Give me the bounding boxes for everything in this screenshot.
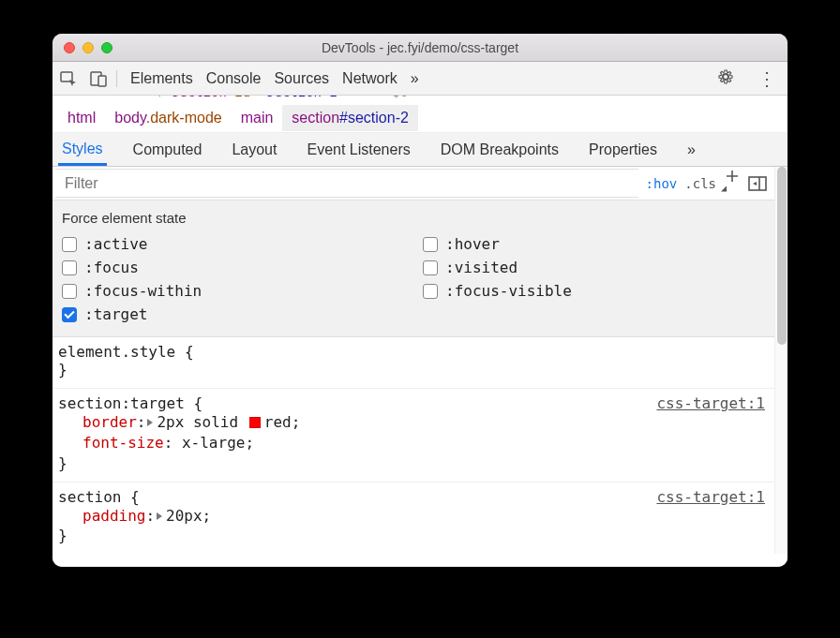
cls-toggle[interactable]: .cls — [684, 176, 716, 191]
styles-filter-row: :hov .cls ◢ — [52, 167, 774, 200]
stab-layout[interactable]: Layout — [228, 136, 280, 164]
force-focus-visible[interactable]: :focus-visible — [423, 282, 765, 300]
tabs-overflow[interactable]: » — [411, 70, 419, 87]
color-swatch-icon[interactable] — [249, 417, 261, 428]
scrollbar-thumb[interactable] — [777, 167, 787, 345]
toggle-pane-icon[interactable] — [748, 176, 767, 191]
force-target[interactable]: :target — [62, 305, 404, 323]
breadcrumb: html body.dark-mode main section#section… — [52, 103, 788, 133]
stab-properties[interactable]: Properties — [585, 136, 661, 164]
declaration-font-size[interactable]: font-size: x-large; — [58, 433, 765, 453]
titlebar: DevTools - jec.fyi/demo/css-target — [52, 34, 788, 62]
rule-selector[interactable]: element.style — [58, 343, 175, 361]
tab-network[interactable]: Network — [342, 70, 398, 87]
svg-rect-2 — [98, 76, 106, 86]
tab-sources[interactable]: Sources — [274, 70, 329, 87]
styles-tabbar: Styles Computed Layout Event Listeners D… — [52, 133, 788, 167]
hov-toggle[interactable]: :hov — [646, 176, 678, 191]
devtools-window: DevTools - jec.fyi/demo/css-target Eleme… — [52, 34, 788, 567]
kebab-icon[interactable]: ⋮ — [754, 67, 780, 90]
svg-rect-0 — [61, 72, 72, 82]
rule-selector[interactable]: section — [58, 488, 121, 506]
declaration-padding[interactable]: padding:20px; — [58, 506, 765, 527]
rule-source-link[interactable]: css-target:1 — [656, 394, 765, 412]
force-focus[interactable]: :focus — [62, 259, 404, 276]
window-title: DevTools - jec.fyi/demo/css-target — [52, 40, 788, 55]
stab-dom-breakpoints[interactable]: DOM Breakpoints — [437, 136, 562, 164]
crumb-body[interactable]: body.dark-mode — [105, 105, 231, 131]
crumb-section[interactable]: section#section-2 — [282, 105, 418, 131]
force-visited[interactable]: :visited — [423, 259, 765, 276]
new-style-rule-icon[interactable]: ◢ — [724, 168, 741, 200]
scrollbar[interactable] — [774, 167, 788, 554]
stab-computed[interactable]: Computed — [129, 136, 206, 164]
tab-elements[interactable]: Elements — [130, 70, 193, 87]
rule-source-link[interactable]: css-target:1 — [656, 488, 765, 506]
stabs-overflow[interactable]: » — [683, 136, 699, 164]
inspect-icon[interactable] — [60, 70, 77, 87]
rule-element-style[interactable]: element.style { } — [52, 337, 774, 389]
expand-shorthand-icon[interactable] — [147, 419, 153, 426]
force-hover[interactable]: :hover — [423, 235, 765, 253]
rule-section-target[interactable]: css-target:1 section:target { border:2px… — [52, 389, 774, 482]
crumb-main[interactable]: main — [232, 105, 283, 131]
expand-shorthand-icon[interactable] — [157, 512, 162, 520]
gear-icon[interactable] — [716, 67, 735, 90]
rule-selector[interactable]: section:target — [58, 394, 185, 412]
declaration-border[interactable]: border:2px solid red; — [58, 412, 765, 433]
force-active[interactable]: :active — [62, 235, 404, 253]
rule-section[interactable]: css-target:1 section { padding:20px; } — [52, 482, 774, 554]
dom-source-strip: ▼<section id="section-2"> == $0 — [52, 96, 788, 103]
stab-styles[interactable]: Styles — [58, 135, 107, 166]
force-state-title: Force element state — [62, 210, 765, 226]
stab-event-listeners[interactable]: Event Listeners — [303, 136, 413, 164]
force-state-panel: Force element state :active :hover :focu… — [52, 200, 774, 337]
crumb-html[interactable]: html — [58, 105, 105, 131]
svg-rect-5 — [749, 177, 766, 190]
force-focus-within[interactable]: :focus-within — [62, 282, 404, 300]
filter-input[interactable] — [55, 169, 638, 198]
device-toggle-icon[interactable] — [90, 70, 107, 87]
tab-console[interactable]: Console — [206, 70, 262, 87]
main-toolbar: Elements Console Sources Network » ⋮ — [52, 62, 788, 96]
